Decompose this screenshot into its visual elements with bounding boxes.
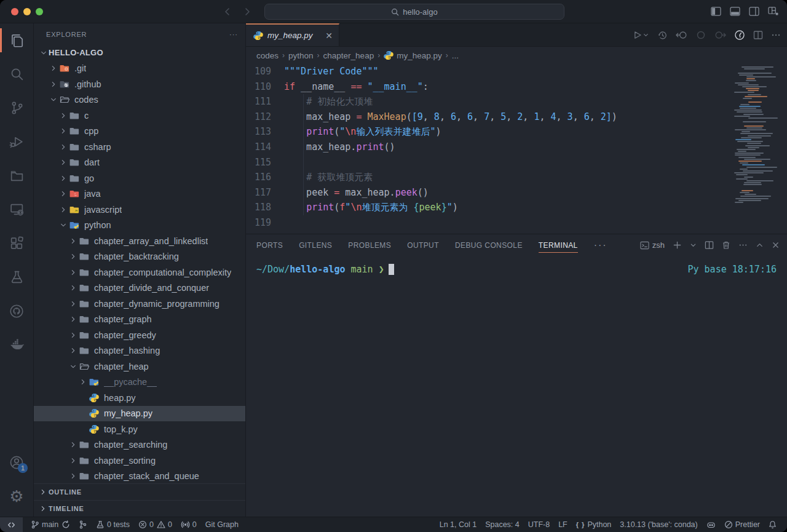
tree-item-java[interactable]: java [34,186,245,202]
status-language-mode[interactable]: { }Python [572,517,616,532]
minimize-window-button[interactable] [23,8,31,15]
outline-section[interactable]: OUTLINE [34,483,245,500]
tree-item-cpp[interactable]: cpp [34,124,245,140]
tree-item-codes[interactable]: codes [34,92,245,108]
status-cursor-position[interactable]: Ln 1, Col 1 [435,517,481,532]
shell-label[interactable]: zsh [640,240,665,250]
tree-item-chapter-sorting[interactable]: chapter_sorting [34,453,245,469]
tree-item-my-heap-py[interactable]: my_heap.py [34,406,245,422]
activity-remote-explorer[interactable] [0,193,33,226]
tree-item-chapter-dynamic-programming[interactable]: chapter_dynamic_programming [34,296,245,312]
status-copilot[interactable] [702,517,720,532]
tree-item-chapter-heap[interactable]: chapter_heap [34,359,245,375]
timeline-history-icon[interactable] [657,30,668,41]
tree-item--pycache-[interactable]: __pycache__ [34,375,245,391]
tree-item-chapter-array-and-linkedlist[interactable]: chapter_array_and_linkedlist [34,233,245,249]
activity-project-folder[interactable] [0,159,33,193]
step-over-icon[interactable] [714,30,726,40]
status-git-branch[interactable]: main [26,517,74,532]
panel-tab-gitlens[interactable]: GITLENS [299,234,332,256]
activity-settings[interactable]: ⚙ [0,479,33,513]
panel-tabs-more-icon[interactable]: ··· [594,240,607,251]
status-python-interpreter[interactable]: 3.10.13 ('base': conda) [615,517,702,532]
activity-accounts[interactable]: 1 [0,445,33,479]
status-indentation[interactable]: Spaces: 4 [481,517,524,532]
kill-terminal-icon[interactable] [722,240,730,250]
command-center-search[interactable]: hello-algo [264,4,564,20]
toggle-secondary-sidebar-icon[interactable] [749,7,759,16]
toggle-primary-sidebar-icon[interactable] [711,7,721,16]
status-tests[interactable]: 0 tests [92,517,134,532]
tree-item-c[interactable]: c [34,108,245,124]
maximize-window-button[interactable] [36,8,43,15]
panel-tab-debug-console[interactable]: DEBUG CONSOLE [455,234,523,256]
tree-item-javascript[interactable]: JSjavascript [34,202,245,218]
split-editor-icon[interactable] [753,30,763,40]
maximize-panel-icon[interactable] [756,241,764,249]
panel-tab-problems[interactable]: PROBLEMS [348,234,391,256]
breadcrumb-item[interactable]: my_heap.py [384,50,442,60]
panel-tab-output[interactable]: OUTPUT [407,234,439,256]
navigate-forward-icon[interactable] [242,7,252,17]
activity-github[interactable] [0,294,33,328]
tree-item-python[interactable]: python [34,218,245,234]
breadcrumb-item[interactable]: chapter_heap [323,51,374,60]
tree-item-chapter-backtracking[interactable]: chapter_backtracking [34,249,245,265]
run-state-icon[interactable] [696,30,706,40]
breadcrumb-item[interactable]: ... [452,51,459,60]
status-problems[interactable]: 00 [134,517,176,532]
tree-item-chapter-graph[interactable]: chapter_graph [34,312,245,328]
tab-my-heap-py[interactable]: my_heap.py ✕ [246,23,339,46]
tree-item-chapter-hashing[interactable]: chapter_hashing [34,343,245,359]
panel-tab-ports[interactable]: PORTS [256,234,283,256]
tree-item-chapter-searching[interactable]: chapter_searching [34,437,245,453]
run-button[interactable] [633,30,649,40]
tree-item-dart[interactable]: dart [34,155,245,171]
tree-item-chapter-divide-and-conquer[interactable]: chapter_divide_and_conquer [34,280,245,296]
tree-item-go[interactable]: go [34,170,245,186]
activity-extensions[interactable] [0,226,33,260]
activity-explorer[interactable] [0,23,33,57]
code-editor[interactable]: 109"""Driver Code"""110if __name__ == "_… [246,64,787,234]
new-terminal-icon[interactable] [673,240,682,250]
timeline-section[interactable]: TIMELINE [34,500,245,517]
status-ports-forwarded[interactable]: 0 [176,517,201,532]
tree-item-chapter-greedy[interactable]: chapter_greedy [34,327,245,343]
tree-item--git[interactable]: .git [34,61,245,77]
toggle-panel-icon[interactable] [730,7,740,16]
close-window-button[interactable] [11,8,18,15]
status-encoding[interactable]: UTF-8 [524,517,554,532]
panel-more-icon[interactable] [738,240,748,250]
tree-item--github[interactable]: .github [34,76,245,92]
status-eol[interactable]: LF [554,517,572,532]
terminal[interactable]: ~/Dow/hello-algo main ❯ Py base 18:17:16 [246,256,787,517]
tree-item-chapter-stack-and-queue[interactable]: chapter_stack_and_queue [34,469,245,484]
breadcrumb-item[interactable]: python [288,51,314,60]
status-prettier[interactable]: Prettier [720,517,764,532]
activity-run-and-debug[interactable] [0,125,33,159]
tree-item-heap-py[interactable]: heap.py [34,390,245,406]
navigate-back-icon[interactable] [223,7,232,17]
activity-source-control[interactable] [0,91,33,125]
status-notifications[interactable] [764,517,781,532]
more-actions-icon[interactable] [771,30,781,40]
tree-item-csharp[interactable]: csharp [34,139,245,155]
step-back-icon[interactable] [676,30,688,40]
tree-item-chapter-computational-complexity[interactable]: chapter_computational_complexity [34,264,245,280]
status-git-graph-button[interactable] [74,517,92,532]
tree-item-top-k-py[interactable]: top_k.py [34,421,245,437]
activity-testing[interactable] [0,260,33,294]
panel-tab-terminal[interactable]: TERMINAL [539,234,578,256]
status-git-graph-label[interactable]: Git Graph [201,517,243,532]
explorer-more-actions-icon[interactable]: ··· [229,31,238,38]
tree-item-hello-algo[interactable]: HELLO-ALGO [34,45,245,61]
run-timer-icon[interactable] [734,30,745,41]
status-remote-indicator[interactable] [0,517,23,532]
minimap[interactable] [734,66,782,204]
close-tab-icon[interactable]: ✕ [325,31,333,41]
breadcrumb-item[interactable]: codes [256,51,279,60]
activity-search[interactable] [0,57,33,91]
terminal-dropdown-icon[interactable] [690,242,697,248]
customize-layout-icon[interactable] [768,7,778,16]
activity-docker[interactable] [0,328,33,362]
